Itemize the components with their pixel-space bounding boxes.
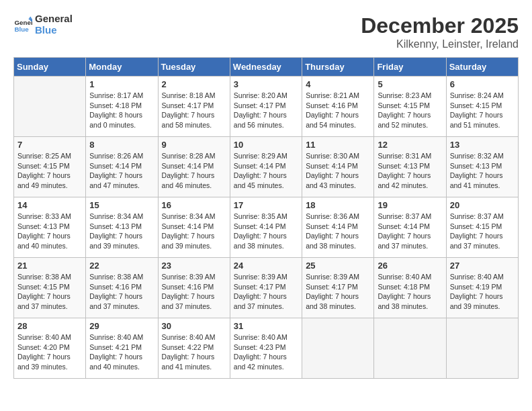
svg-marker-2 — [28, 16, 32, 19]
day-cell — [302, 318, 374, 379]
title-section: December 2025 Kilkenny, Leinster, Irelan… — [361, 13, 519, 50]
day-cell: 3 Sunrise: 8:20 AM Sunset: 4:17 PM Dayli… — [230, 77, 302, 137]
day-info: Sunrise: 8:34 AM Sunset: 4:13 PM Dayligh… — [89, 212, 154, 251]
day-info: Sunrise: 8:29 AM Sunset: 4:14 PM Dayligh… — [234, 151, 298, 191]
day-number: 2 — [162, 79, 226, 89]
day-cell: 22 Sunrise: 8:38 AM Sunset: 4:16 PM Dayl… — [86, 258, 158, 318]
day-number: 25 — [306, 261, 370, 271]
day-cell: 6 Sunrise: 8:24 AM Sunset: 4:15 PM Dayli… — [446, 77, 518, 137]
day-info: Sunrise: 8:20 AM Sunset: 4:17 PM Dayligh… — [234, 91, 298, 130]
day-info: Sunrise: 8:35 AM Sunset: 4:14 PM Dayligh… — [234, 212, 298, 251]
day-number: 4 — [306, 79, 370, 89]
day-cell: 17 Sunrise: 8:35 AM Sunset: 4:14 PM Dayl… — [230, 197, 302, 258]
day-number: 22 — [89, 261, 154, 271]
day-info: Sunrise: 8:31 AM Sunset: 4:13 PM Dayligh… — [378, 151, 442, 191]
day-info: Sunrise: 8:38 AM Sunset: 4:16 PM Dayligh… — [89, 272, 154, 312]
day-cell: 9 Sunrise: 8:28 AM Sunset: 4:14 PM Dayli… — [158, 137, 230, 197]
day-cell: 20 Sunrise: 8:37 AM Sunset: 4:15 PM Dayl… — [446, 197, 518, 258]
day-info: Sunrise: 8:39 AM Sunset: 4:17 PM Dayligh… — [234, 272, 298, 312]
week-row-5: 28 Sunrise: 8:40 AM Sunset: 4:20 PM Dayl… — [14, 318, 519, 379]
day-info: Sunrise: 8:18 AM Sunset: 4:17 PM Dayligh… — [162, 91, 226, 130]
day-info: Sunrise: 8:23 AM Sunset: 4:15 PM Dayligh… — [378, 91, 442, 130]
day-info: Sunrise: 8:21 AM Sunset: 4:16 PM Dayligh… — [306, 91, 370, 130]
day-number: 27 — [450, 261, 515, 271]
day-number: 19 — [378, 200, 442, 210]
day-number: 5 — [378, 79, 442, 89]
header-monday: Monday — [86, 58, 158, 77]
header-tuesday: Tuesday — [158, 58, 230, 77]
day-number: 11 — [306, 140, 370, 150]
day-info: Sunrise: 8:28 AM Sunset: 4:14 PM Dayligh… — [162, 151, 226, 191]
day-number: 24 — [234, 261, 298, 271]
day-cell: 19 Sunrise: 8:37 AM Sunset: 4:14 PM Dayl… — [374, 197, 446, 258]
day-cell: 4 Sunrise: 8:21 AM Sunset: 4:16 PM Dayli… — [302, 77, 374, 137]
day-info: Sunrise: 8:24 AM Sunset: 4:15 PM Dayligh… — [450, 91, 515, 130]
day-info: Sunrise: 8:40 AM Sunset: 4:19 PM Dayligh… — [450, 272, 515, 312]
day-info: Sunrise: 8:40 AM Sunset: 4:21 PM Dayligh… — [89, 332, 154, 372]
day-info: Sunrise: 8:26 AM Sunset: 4:14 PM Dayligh… — [89, 151, 154, 191]
day-info: Sunrise: 8:38 AM Sunset: 4:15 PM Dayligh… — [17, 272, 82, 312]
calendar-subtitle: Kilkenny, Leinster, Ireland — [361, 38, 519, 50]
day-cell: 10 Sunrise: 8:29 AM Sunset: 4:14 PM Dayl… — [230, 137, 302, 197]
day-cell: 28 Sunrise: 8:40 AM Sunset: 4:20 PM Dayl… — [14, 318, 86, 379]
day-number: 14 — [17, 200, 82, 210]
day-cell: 8 Sunrise: 8:26 AM Sunset: 4:14 PM Dayli… — [86, 137, 158, 197]
day-cell: 14 Sunrise: 8:33 AM Sunset: 4:13 PM Dayl… — [14, 197, 86, 258]
header-saturday: Saturday — [446, 58, 518, 77]
day-cell: 18 Sunrise: 8:36 AM Sunset: 4:14 PM Dayl… — [302, 197, 374, 258]
day-info: Sunrise: 8:40 AM Sunset: 4:22 PM Dayligh… — [162, 332, 226, 372]
day-info: Sunrise: 8:40 AM Sunset: 4:23 PM Dayligh… — [234, 332, 298, 372]
logo-line1: General — [35, 13, 73, 25]
day-info: Sunrise: 8:33 AM Sunset: 4:13 PM Dayligh… — [17, 212, 82, 251]
day-number: 13 — [450, 140, 515, 150]
day-cell: 13 Sunrise: 8:32 AM Sunset: 4:13 PM Dayl… — [446, 137, 518, 197]
day-info: Sunrise: 8:37 AM Sunset: 4:14 PM Dayligh… — [378, 212, 442, 251]
day-info: Sunrise: 8:30 AM Sunset: 4:14 PM Dayligh… — [306, 151, 370, 191]
day-number: 28 — [17, 321, 82, 331]
day-info: Sunrise: 8:34 AM Sunset: 4:14 PM Dayligh… — [162, 212, 226, 251]
week-row-3: 14 Sunrise: 8:33 AM Sunset: 4:13 PM Dayl… — [14, 197, 519, 258]
day-number: 18 — [306, 200, 370, 210]
day-cell — [14, 77, 86, 137]
header-row: SundayMondayTuesdayWednesdayThursdayFrid… — [14, 58, 519, 77]
day-info: Sunrise: 8:40 AM Sunset: 4:18 PM Dayligh… — [378, 272, 442, 312]
day-info: Sunrise: 8:32 AM Sunset: 4:13 PM Dayligh… — [450, 151, 515, 191]
day-number: 3 — [234, 79, 298, 89]
day-cell: 12 Sunrise: 8:31 AM Sunset: 4:13 PM Dayl… — [374, 137, 446, 197]
day-number: 29 — [89, 321, 154, 331]
day-cell: 26 Sunrise: 8:40 AM Sunset: 4:18 PM Dayl… — [374, 258, 446, 318]
day-info: Sunrise: 8:39 AM Sunset: 4:17 PM Dayligh… — [306, 272, 370, 312]
logo-icon: General Blue — [13, 15, 32, 34]
day-cell: 27 Sunrise: 8:40 AM Sunset: 4:19 PM Dayl… — [446, 258, 518, 318]
header-thursday: Thursday — [302, 58, 374, 77]
logo: General Blue General Blue — [13, 13, 73, 36]
day-info: Sunrise: 8:39 AM Sunset: 4:16 PM Dayligh… — [162, 272, 226, 312]
day-number: 26 — [378, 261, 442, 271]
calendar-table: SundayMondayTuesdayWednesdayThursdayFrid… — [13, 57, 519, 379]
day-cell: 2 Sunrise: 8:18 AM Sunset: 4:17 PM Dayli… — [158, 77, 230, 137]
day-cell: 7 Sunrise: 8:25 AM Sunset: 4:15 PM Dayli… — [14, 137, 86, 197]
day-number: 30 — [162, 321, 226, 331]
day-cell: 21 Sunrise: 8:38 AM Sunset: 4:15 PM Dayl… — [14, 258, 86, 318]
header-sunday: Sunday — [14, 58, 86, 77]
day-cell: 24 Sunrise: 8:39 AM Sunset: 4:17 PM Dayl… — [230, 258, 302, 318]
day-number: 12 — [378, 140, 442, 150]
day-cell — [446, 318, 518, 379]
day-cell: 23 Sunrise: 8:39 AM Sunset: 4:16 PM Dayl… — [158, 258, 230, 318]
week-row-1: 1 Sunrise: 8:17 AM Sunset: 4:18 PM Dayli… — [14, 77, 519, 137]
day-number: 6 — [450, 79, 515, 89]
day-cell: 11 Sunrise: 8:30 AM Sunset: 4:14 PM Dayl… — [302, 137, 374, 197]
svg-text:Blue: Blue — [14, 25, 29, 32]
day-number: 15 — [89, 200, 154, 210]
week-row-2: 7 Sunrise: 8:25 AM Sunset: 4:15 PM Dayli… — [14, 137, 519, 197]
day-info: Sunrise: 8:36 AM Sunset: 4:14 PM Dayligh… — [306, 212, 370, 251]
day-cell: 30 Sunrise: 8:40 AM Sunset: 4:22 PM Dayl… — [158, 318, 230, 379]
day-cell: 15 Sunrise: 8:34 AM Sunset: 4:13 PM Dayl… — [86, 197, 158, 258]
day-cell — [374, 318, 446, 379]
day-number: 21 — [17, 261, 82, 271]
day-number: 8 — [89, 140, 154, 150]
week-row-4: 21 Sunrise: 8:38 AM Sunset: 4:15 PM Dayl… — [14, 258, 519, 318]
calendar-title: December 2025 — [361, 13, 519, 38]
day-number: 31 — [234, 321, 298, 331]
day-number: 1 — [89, 79, 154, 89]
